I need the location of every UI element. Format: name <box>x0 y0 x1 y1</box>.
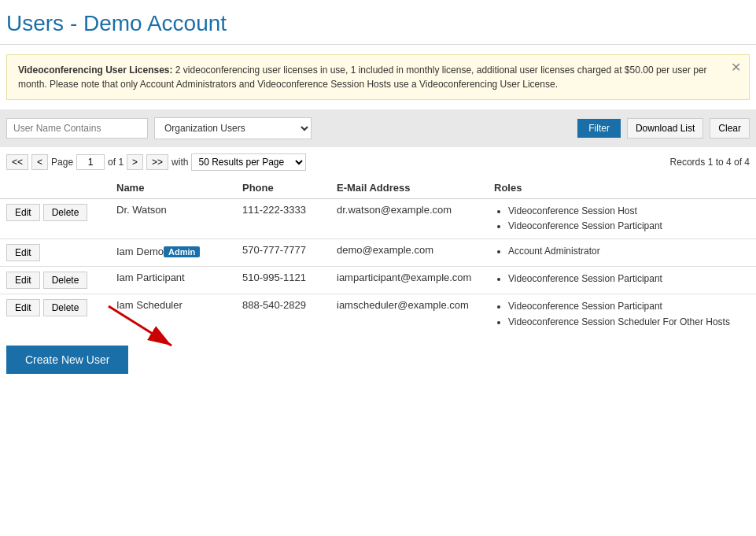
role-item: Videoconference Session Scheduler For Ot… <box>508 315 750 330</box>
filter-button[interactable]: Filter <box>577 119 621 138</box>
user-name: Iam DemoAdmin <box>110 239 236 267</box>
user-roles: Videoconference Session ParticipantVideo… <box>488 294 756 335</box>
page-label: Page <box>51 157 73 168</box>
first-page-button[interactable]: << <box>6 154 28 170</box>
user-phone: 570-777-7777 <box>236 239 330 267</box>
download-list-button[interactable]: Download List <box>627 118 703 139</box>
user-roles: Videoconference Session HostVideoconfere… <box>488 199 756 239</box>
user-roles: Videoconference Session Participant <box>488 267 756 294</box>
bottom-bar: Create New User <box>0 335 756 385</box>
user-phone: 888-540-2829 <box>236 294 330 335</box>
table-row: EditDeleteDr. Watson111-222-3333dr.watso… <box>0 199 756 239</box>
results-per-page-select[interactable]: 10 Results per Page 25 Results per Page … <box>191 153 306 171</box>
col-header-roles: Roles <box>488 177 756 199</box>
user-roles: Account Administrator <box>488 239 756 267</box>
next-page-button[interactable]: > <box>127 154 143 170</box>
role-item: Videoconference Session Participant <box>508 272 750 286</box>
page-title: Users - Demo Account <box>0 0 756 45</box>
delete-user-button[interactable]: Delete <box>43 272 88 289</box>
create-user-container: Create New User <box>6 346 128 374</box>
prev-page-button[interactable]: < <box>31 154 48 170</box>
user-name: Iam Participant <box>110 267 236 294</box>
col-header-name: Name <box>110 177 236 199</box>
col-header-phone: Phone <box>236 177 330 199</box>
delete-user-button[interactable]: Delete <box>43 299 88 316</box>
page-number-input[interactable] <box>76 154 105 170</box>
user-email: iamscheduler@example.com <box>330 294 488 335</box>
user-email: demo@example.com <box>330 239 488 267</box>
table-row: EditDeleteIam Participant510-995-1121iam… <box>0 267 756 294</box>
user-type-select[interactable]: Organization Users All Users Active User… <box>154 117 312 139</box>
edit-user-button[interactable]: Edit <box>6 244 40 261</box>
user-name: Iam Scheduler <box>110 294 236 335</box>
filter-bar: Organization Users All Users Active User… <box>0 109 756 147</box>
username-filter-input[interactable] <box>6 118 148 139</box>
users-table: Name Phone E-Mail Address Roles EditDele… <box>0 177 756 335</box>
alert-close-icon[interactable]: ✕ <box>731 61 741 74</box>
create-new-user-button[interactable]: Create New User <box>6 346 128 374</box>
records-count: Records 1 to 4 of 4 <box>670 157 750 168</box>
role-item: Videoconference Session Participant <box>508 299 750 314</box>
table-row: EditDeleteIam Scheduler888-540-2829iamsc… <box>0 294 756 335</box>
edit-user-button[interactable]: Edit <box>6 272 40 289</box>
alert-bold: Videoconferencing User Licenses: <box>18 65 173 76</box>
col-header-actions <box>0 177 110 199</box>
delete-user-button[interactable]: Delete <box>43 204 88 221</box>
user-email: dr.watson@example.com <box>330 199 488 239</box>
user-email: iamparticipant@example.com <box>330 267 488 294</box>
table-row: EditIam DemoAdmin570-777-7777demo@exampl… <box>0 239 756 267</box>
with-label: with <box>171 157 188 168</box>
alert-banner: Videoconferencing User Licenses: 2 video… <box>6 54 750 100</box>
user-phone: 510-995-1121 <box>236 267 330 294</box>
of-label: of 1 <box>108 157 124 168</box>
user-name: Dr. Watson <box>110 199 236 239</box>
role-item: Videoconference Session Host <box>508 204 750 219</box>
admin-badge: Admin <box>164 246 200 257</box>
clear-button[interactable]: Clear <box>710 118 750 139</box>
col-header-email: E-Mail Address <box>330 177 488 199</box>
edit-user-button[interactable]: Edit <box>6 299 40 316</box>
user-phone: 111-222-3333 <box>236 199 330 239</box>
role-item: Account Administrator <box>508 244 750 259</box>
edit-user-button[interactable]: Edit <box>6 204 40 221</box>
role-item: Videoconference Session Participant <box>508 219 750 234</box>
last-page-button[interactable]: >> <box>146 154 168 170</box>
pagination-bar: << < Page of 1 > >> with 10 Results per … <box>0 147 756 177</box>
